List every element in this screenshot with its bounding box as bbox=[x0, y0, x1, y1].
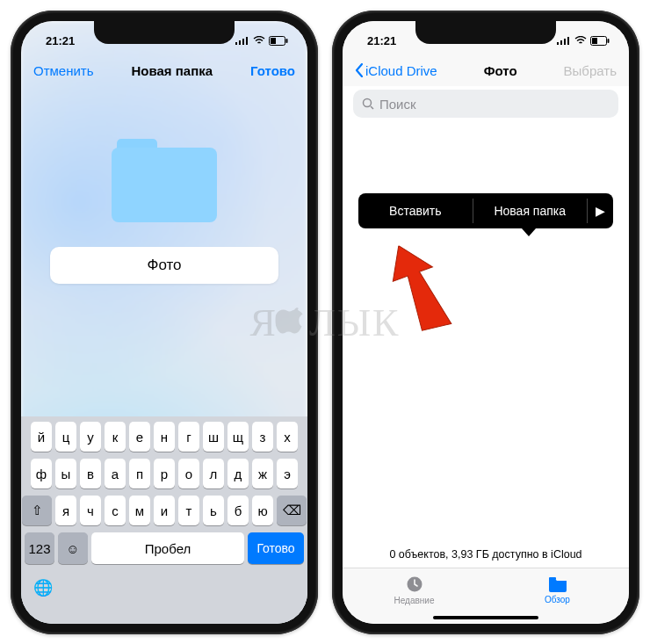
key-ь[interactable]: ь bbox=[203, 496, 224, 525]
key-backspace[interactable]: ⌫ bbox=[277, 496, 307, 525]
battery-icon bbox=[590, 36, 610, 46]
svg-rect-7 bbox=[557, 42, 559, 45]
folder-icon bbox=[547, 575, 568, 593]
chevron-left-icon bbox=[355, 63, 364, 77]
folder-name-value: Фото bbox=[147, 257, 181, 274]
signal-icon bbox=[235, 36, 249, 45]
folder-icon bbox=[112, 139, 217, 222]
key-ш[interactable]: ш bbox=[203, 422, 224, 452]
key-ц[interactable]: ц bbox=[55, 422, 76, 452]
svg-rect-5 bbox=[271, 38, 276, 44]
key-return[interactable]: Готово bbox=[248, 532, 304, 564]
globe-icon[interactable]: 🌐 bbox=[33, 578, 53, 597]
key-е[interactable]: е bbox=[129, 422, 150, 452]
key-м[interactable]: м bbox=[129, 496, 150, 525]
notch bbox=[94, 21, 235, 44]
home-indicator[interactable] bbox=[433, 616, 538, 619]
tab-recent[interactable]: Недавние bbox=[343, 568, 486, 611]
key-т[interactable]: т bbox=[178, 496, 199, 525]
svg-marker-16 bbox=[382, 237, 453, 337]
status-indicators bbox=[557, 36, 610, 46]
key-ы[interactable]: ы bbox=[55, 459, 76, 488]
svg-rect-6 bbox=[286, 39, 288, 43]
key-emoji[interactable]: ☺ bbox=[58, 532, 88, 564]
status-indicators bbox=[235, 36, 288, 46]
svg-line-15 bbox=[371, 106, 373, 109]
key-ю[interactable]: ю bbox=[252, 496, 273, 525]
notch bbox=[415, 21, 556, 44]
ctx-paste[interactable]: Вставить bbox=[358, 193, 473, 228]
key-г[interactable]: г bbox=[178, 422, 199, 452]
folder-area: Фото bbox=[21, 86, 307, 284]
folder-name-input[interactable]: Фото bbox=[50, 247, 278, 284]
key-о[interactable]: о bbox=[178, 459, 199, 488]
svg-rect-1 bbox=[239, 40, 241, 45]
cancel-button[interactable]: Отменить bbox=[33, 63, 94, 78]
tab-browse-label: Обзор bbox=[545, 595, 570, 604]
ctx-new-folder[interactable]: Новая папка bbox=[473, 193, 588, 228]
svg-rect-2 bbox=[242, 39, 244, 45]
svg-point-14 bbox=[364, 99, 372, 107]
key-у[interactable]: у bbox=[80, 422, 101, 452]
screen-files-browse: 21:21 iCloud Drive Фото Выбрать Поиск Вс… bbox=[343, 21, 629, 624]
storage-status: 0 объектов, 3,93 ГБ доступно в iCloud bbox=[343, 548, 629, 561]
tab-browse[interactable]: Обзор bbox=[486, 568, 629, 611]
key-а[interactable]: а bbox=[105, 459, 126, 488]
svg-rect-3 bbox=[246, 37, 248, 45]
nav-bar: Отменить Новая папка Готово bbox=[21, 54, 307, 86]
key-shift[interactable]: ⇧ bbox=[22, 496, 52, 525]
key-б[interactable]: б bbox=[228, 496, 249, 525]
phone-left: 21:21 Отменить Новая папка Готово Фото й… bbox=[11, 11, 318, 634]
ctx-more[interactable]: ▶ bbox=[587, 199, 613, 223]
tab-recent-label: Недавние bbox=[394, 596, 435, 605]
nav-title: Фото bbox=[484, 63, 517, 78]
wifi-icon bbox=[574, 36, 587, 45]
key-с[interactable]: с bbox=[105, 496, 126, 525]
key-щ[interactable]: щ bbox=[228, 422, 249, 452]
search-icon bbox=[362, 98, 374, 110]
ctx-tail bbox=[522, 228, 536, 236]
key-й[interactable]: й bbox=[31, 422, 52, 452]
svg-rect-0 bbox=[235, 42, 237, 45]
back-label: iCloud Drive bbox=[365, 63, 437, 78]
nav-bar: iCloud Drive Фото Выбрать bbox=[343, 54, 629, 86]
clock-icon bbox=[405, 575, 424, 594]
battery-icon bbox=[269, 36, 288, 46]
svg-rect-10 bbox=[567, 37, 569, 45]
key-space[interactable]: Пробел bbox=[91, 532, 244, 564]
key-ж[interactable]: ж bbox=[252, 459, 273, 488]
annotation-arrow bbox=[376, 227, 488, 356]
nav-title: Новая папка bbox=[131, 63, 213, 78]
svg-rect-18 bbox=[549, 577, 556, 580]
key-numbers[interactable]: 123 bbox=[25, 532, 54, 564]
key-х[interactable]: х bbox=[277, 422, 298, 452]
select-button[interactable]: Выбрать bbox=[564, 63, 617, 78]
key-д[interactable]: д bbox=[228, 459, 249, 488]
key-л[interactable]: л bbox=[203, 459, 224, 488]
key-к[interactable]: к bbox=[105, 422, 126, 452]
key-э[interactable]: э bbox=[277, 459, 298, 488]
key-и[interactable]: и bbox=[154, 496, 175, 525]
svg-rect-9 bbox=[564, 39, 566, 45]
key-в[interactable]: в bbox=[80, 459, 101, 488]
key-ч[interactable]: ч bbox=[80, 496, 101, 525]
key-я[interactable]: я bbox=[55, 496, 76, 525]
search-placeholder: Поиск bbox=[379, 97, 416, 112]
status-time: 21:21 bbox=[367, 34, 396, 47]
status-time: 21:21 bbox=[46, 34, 75, 47]
key-н[interactable]: н bbox=[154, 422, 175, 452]
keyboard: йцукенгшщзх фывапролджэ ⇧ячсмитьбю⌫ 123 … bbox=[21, 416, 307, 624]
key-з[interactable]: з bbox=[252, 422, 273, 452]
context-menu: Вставить Новая папка ▶ bbox=[358, 193, 613, 228]
key-п[interactable]: п bbox=[129, 459, 150, 488]
signal-icon bbox=[557, 36, 571, 45]
key-р[interactable]: р bbox=[154, 459, 175, 488]
key-ф[interactable]: ф bbox=[31, 459, 52, 488]
phone-right: 21:21 iCloud Drive Фото Выбрать Поиск Вс… bbox=[332, 11, 639, 634]
svg-rect-13 bbox=[608, 39, 610, 43]
search-input[interactable]: Поиск bbox=[353, 90, 618, 118]
back-button[interactable]: iCloud Drive bbox=[355, 63, 437, 78]
done-button[interactable]: Готово bbox=[250, 63, 295, 78]
wifi-icon bbox=[253, 36, 265, 45]
svg-rect-8 bbox=[560, 40, 562, 45]
